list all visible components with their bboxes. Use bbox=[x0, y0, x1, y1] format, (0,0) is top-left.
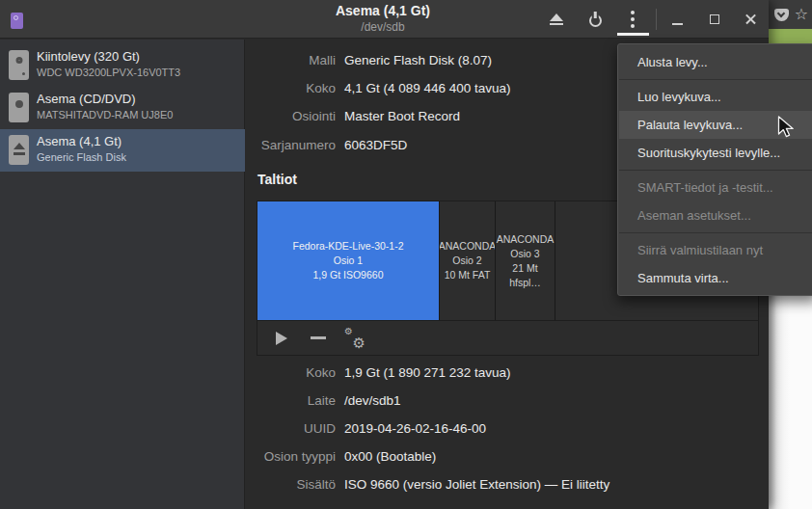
field-value: Master Boot Record bbox=[344, 109, 460, 123]
menu-item-smart-data[interactable]: SMART-tiedot ja -testit... bbox=[619, 174, 812, 201]
window-title: Asema (4,1 Gt) bbox=[336, 3, 430, 18]
field-value: 2019-04-26-02-16-46-00 bbox=[344, 421, 486, 436]
maximize-icon bbox=[710, 14, 719, 24]
close-button[interactable] bbox=[735, 6, 766, 33]
partition-number: Osio 1 bbox=[334, 254, 363, 268]
partition-number: Osio 3 bbox=[510, 247, 539, 261]
sidebar-item-usb-drive[interactable]: Asema (4,1 Gt) Generic Flash Disk bbox=[0, 129, 245, 172]
background-page-banner bbox=[767, 29, 812, 43]
field-value: 0x00 (Bootable) bbox=[344, 449, 436, 464]
disk-ring-icon bbox=[14, 15, 18, 20]
pocket-icon[interactable] bbox=[774, 9, 789, 21]
menu-button-active-indicator bbox=[617, 33, 649, 36]
delete-partition-button[interactable] bbox=[308, 328, 329, 349]
menu-item-format-disk[interactable]: Alusta levy... bbox=[619, 48, 812, 76]
menu-separator bbox=[619, 170, 812, 171]
device-title: Asema (4,1 Gt) bbox=[37, 134, 122, 148]
sidebar-item-cddvd[interactable]: Asema (CD/DVD) MATSHITADVD-RAM UJ8E0 bbox=[0, 87, 245, 129]
partition-size-fs: 21 Mt hfspl… bbox=[496, 261, 555, 290]
kebab-menu-icon bbox=[631, 11, 635, 28]
bookmark-star-icon[interactable]: ☆ bbox=[795, 7, 808, 22]
volumes-section-title: Taltiot bbox=[257, 172, 297, 187]
menu-item-power-off[interactable]: Sammuta virta... bbox=[619, 264, 812, 292]
eject-button[interactable] bbox=[541, 6, 572, 33]
field-value: /dev/sdb1 bbox=[344, 393, 401, 408]
field-value: ISO 9660 (versio Joliet Extension) — Ei … bbox=[344, 477, 609, 492]
drive-menu-popup: Alusta levy... Luo levykuva... Palauta l… bbox=[617, 43, 812, 296]
info-row-uuid: UUID 2019-04-26-02-16-46-00 bbox=[245, 418, 761, 438]
device-sidebar: Kiintolevy (320 Gt) WDC WD3200LPVX-16V0T… bbox=[0, 40, 245, 509]
gears-icon: ⚙ ⚙ bbox=[344, 328, 365, 349]
close-icon bbox=[744, 13, 757, 26]
play-icon bbox=[276, 332, 287, 345]
partition-name: Fedora-KDE-Live-30-1-2 bbox=[293, 239, 404, 254]
partition-number: Osio 2 bbox=[452, 254, 481, 268]
mouse-cursor bbox=[777, 116, 797, 139]
eject-icon bbox=[550, 13, 563, 26]
field-label: Sarjanumero bbox=[245, 138, 336, 152]
info-row-contents: Sisältö ISO 9660 (versio Joliet Extensio… bbox=[245, 474, 761, 494]
menu-item-drive-settings[interactable]: Aseman asetukset... bbox=[619, 201, 812, 229]
partition-anaconda-3[interactable]: ANACONDA Osio 3 21 Mt hfspl… bbox=[495, 201, 555, 320]
minus-icon bbox=[311, 336, 326, 339]
power-icon bbox=[589, 14, 602, 27]
disks-app-icon bbox=[11, 13, 23, 29]
menu-separator bbox=[619, 79, 812, 80]
hard-disk-icon bbox=[9, 50, 29, 80]
optical-disc-icon bbox=[9, 93, 29, 122]
titlebar-titles: Asema (4,1 Gt) /dev/sdb bbox=[336, 3, 430, 34]
menu-item-benchmark-disk[interactable]: Suorituskykytesti levylle... bbox=[619, 139, 812, 167]
partition-size-fs: 10 Mt FAT bbox=[445, 268, 491, 282]
field-label: Koko bbox=[245, 81, 336, 95]
maximize-button[interactable] bbox=[699, 6, 730, 33]
partition-fedora[interactable]: Fedora-KDE-Live-30-1-2 Osio 1 1,9 Gt ISO… bbox=[257, 201, 439, 320]
pocket-chevron-icon bbox=[776, 9, 784, 16]
device-subtitle: MATSHITADVD-RAM UJ8E0 bbox=[37, 109, 173, 121]
minimize-icon bbox=[672, 23, 683, 25]
mount-button[interactable] bbox=[271, 328, 292, 349]
field-label: Koko bbox=[245, 365, 336, 380]
minimize-button[interactable] bbox=[662, 6, 692, 33]
screen: ☆ Asema (4,1 Gt) /dev/sdb bbox=[0, 0, 812, 509]
menu-item-standby-now[interactable]: Siirrä valmiustilaan nyt bbox=[619, 236, 812, 264]
partition-name: ANACONDA bbox=[439, 239, 495, 254]
field-value: 4,1 Gt (4 089 446 400 tavua) bbox=[344, 81, 511, 95]
partition-size-fs: 1,9 Gt ISO9660 bbox=[313, 268, 384, 282]
sidebar-item-harddisk[interactable]: Kiintolevy (320 Gt) WDC WD3200LPVX-16V0T… bbox=[0, 44, 245, 87]
device-title: Kiintolevy (320 Gt) bbox=[37, 49, 140, 64]
partition-name: ANACONDA bbox=[497, 232, 555, 247]
info-row-device: Laite /dev/sdb1 bbox=[245, 390, 761, 410]
device-subtitle: WDC WD3200LPVX-16V0TT3 bbox=[37, 67, 180, 78]
partition-options-button[interactable]: ⚙ ⚙ bbox=[344, 328, 365, 349]
field-label: Laite bbox=[245, 393, 336, 408]
titlebar[interactable]: Asema (4,1 Gt) /dev/sdb bbox=[0, 0, 769, 39]
partition-anaconda-2[interactable]: ANACONDA Osio 2 10 Mt FAT bbox=[439, 201, 495, 320]
menu-separator bbox=[619, 232, 812, 233]
device-title: Asema (CD/DVD) bbox=[37, 92, 136, 106]
removable-media-icon bbox=[9, 135, 29, 165]
menu-item-create-disk-image[interactable]: Luo levykuva... bbox=[619, 83, 812, 111]
drive-menu-button[interactable] bbox=[617, 6, 648, 33]
field-label: Osiointi bbox=[245, 109, 336, 123]
volume-toolbar: ⚙ ⚙ bbox=[257, 320, 758, 355]
field-label: Malli bbox=[245, 53, 336, 67]
field-value: 1,9 Gt (1 890 271 232 tavua) bbox=[344, 365, 511, 380]
device-subtitle: Generic Flash Disk bbox=[37, 151, 126, 163]
field-label: Osion tyyppi bbox=[245, 449, 336, 464]
titlebar-separator bbox=[656, 9, 657, 30]
field-value: Generic Flash Disk (8.07) bbox=[344, 53, 492, 67]
field-label: UUID bbox=[245, 421, 336, 436]
info-row-partition-type: Osion tyyppi 0x00 (Bootable) bbox=[245, 446, 761, 466]
power-off-button[interactable] bbox=[580, 6, 610, 33]
background-browser-toolbar: ☆ bbox=[767, 0, 812, 29]
info-row-volume-size: Koko 1,9 Gt (1 890 271 232 tavua) bbox=[245, 362, 761, 382]
field-value: 6063DF5D bbox=[344, 138, 407, 152]
window-subtitle: /dev/sdb bbox=[336, 20, 430, 34]
field-label: Sisältö bbox=[245, 477, 336, 492]
